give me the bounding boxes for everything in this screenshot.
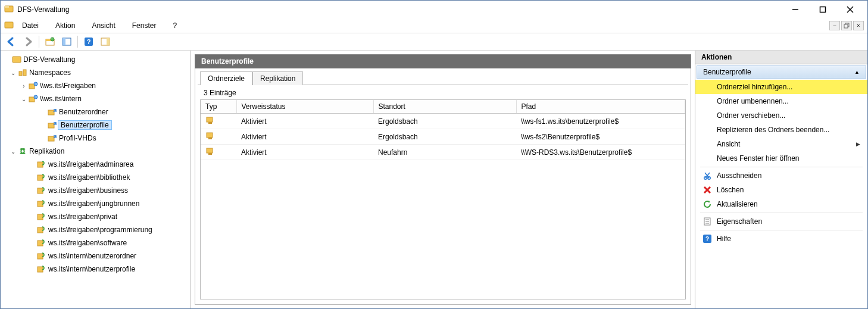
tree-folder-profil-vhds[interactable]: Profil-VHDs [1, 132, 191, 145]
action-aktualisieren[interactable]: Aktualisieren [695, 197, 867, 211]
toolbar-new-window-button[interactable] [43, 35, 57, 49]
expander-icon[interactable]: ⌄ [20, 96, 28, 102]
menu-app-icon [4, 20, 14, 32]
svg-rect-36 [38, 267, 43, 272]
expander-icon[interactable]: › [20, 83, 28, 89]
action-label: Aktualisieren [717, 200, 758, 208]
toolbar-help-button[interactable]: ? [82, 35, 96, 49]
column-header[interactable]: Standort [373, 100, 516, 114]
tree-repl-item[interactable]: ws.its\freigaben\bibliothek [1, 171, 191, 184]
nav-back-button[interactable] [4, 35, 18, 49]
panel-header: Benutzerprofile [195, 54, 691, 68]
svg-point-11 [51, 38, 54, 41]
menu-datei[interactable]: Datei [16, 20, 45, 31]
svg-rect-21 [29, 84, 35, 89]
mdi-minimize[interactable]: – [829, 21, 840, 30]
action-ordner-umbenennen[interactable]: Ordner umbenennen... [695, 94, 867, 108]
svg-rect-1 [5, 6, 9, 8]
properties-icon [702, 217, 712, 226]
toolbar-show-hide-actions-button[interactable] [98, 35, 113, 49]
action-ansicht[interactable]: Ansicht [695, 137, 867, 151]
tree-repl-item[interactable]: ws.its\freigaben\jungbrunnen [1, 197, 191, 210]
column-header[interactable]: Pfad [516, 100, 685, 114]
window-title: DFS-Verwaltung [17, 5, 69, 14]
menu-q[interactable]: ? [167, 20, 183, 31]
tree-folder-benutzerordner[interactable]: Benutzerordner [1, 105, 191, 118]
center-pane: Benutzerprofile Ordnerziele Replikation … [191, 51, 695, 308]
tab-replikation[interactable]: Replikation [252, 71, 303, 85]
action-hilfe[interactable]: ?Hilfe [695, 232, 867, 246]
tree-repl-item[interactable]: ws.its\freigaben\programmierung [1, 223, 191, 236]
tree-root[interactable]: DFS-Verwaltung [1, 53, 191, 66]
action-ordnerziel-hinzuf-gen[interactable]: Ordnerziel hinzufügen... [695, 80, 867, 94]
tree-repl-item[interactable]: ws.its\freigaben\privat [1, 210, 191, 223]
svg-rect-25 [48, 110, 54, 115]
tab-ordnerziele[interactable]: Ordnerziele [200, 71, 252, 85]
help-icon: ? [702, 235, 712, 243]
refresh-icon [702, 200, 712, 208]
app-icon [4, 4, 14, 15]
tree-folder-benutzerprofile[interactable]: Benutzerprofile [1, 118, 191, 132]
maximize-button[interactable] [809, 2, 836, 17]
table-row[interactable]: AktiviertErgoldsbach\\ws-fs2\Benutzerpro… [201, 129, 685, 145]
menubar: DateiAktionAnsichtFenster? – × [1, 18, 867, 33]
replication-group-icon [36, 251, 47, 261]
svg-rect-17 [107, 38, 110, 45]
svg-rect-38 [208, 122, 212, 124]
menu-fenster[interactable]: Fenster [126, 20, 163, 31]
tree-ns-freigaben[interactable]: › \\ws.its\Freigaben [1, 79, 191, 92]
mdi-close[interactable]: × [853, 21, 864, 30]
action-label: Eigenschaften [717, 217, 762, 226]
tree-repl-item[interactable]: ws.its\freigaben\business [1, 184, 191, 197]
tree-repl-item[interactable]: ws.its\intern\benutzerprofile [1, 263, 191, 276]
actions-group-header[interactable]: Benutzerprofile ▲ [697, 65, 866, 79]
action-label: Ordnerziel hinzufügen... [717, 83, 792, 91]
action-label: Ausschneiden [717, 171, 761, 180]
svg-rect-39 [207, 133, 213, 138]
svg-rect-40 [208, 138, 212, 139]
menu-ansicht[interactable]: Ansicht [86, 20, 121, 31]
svg-rect-28 [38, 162, 43, 167]
svg-rect-41 [207, 148, 213, 153]
column-header[interactable]: Typ [201, 100, 236, 114]
svg-rect-18 [13, 57, 21, 63]
tree-ns-intern[interactable]: ⌄ \\ws.its\intern [1, 92, 191, 105]
tree-namespaces[interactable]: ⌄ Namespaces [1, 66, 191, 79]
column-header[interactable]: Verweisstatus [236, 100, 373, 114]
action-label: Ordner umbenennen... [717, 97, 789, 105]
tree-repl-item[interactable]: ws.its\freigaben\software [1, 236, 191, 249]
close-button[interactable] [836, 2, 864, 17]
menu-aktion[interactable]: Aktion [49, 20, 81, 31]
action-eigenschaften[interactable]: Eigenschaften [695, 214, 867, 229]
replication-group-icon [36, 160, 47, 169]
replication-icon [17, 146, 28, 156]
svg-rect-33 [38, 227, 43, 233]
svg-rect-29 [38, 175, 43, 180]
action-label: Ordner verschieben... [717, 111, 785, 120]
action-replizieren-des-ordners-beenden[interactable]: Replizieren des Ordners beenden... [695, 123, 867, 137]
tree-replication[interactable]: ⌄ Replikation [1, 145, 191, 158]
nav-forward-button[interactable] [21, 35, 35, 49]
action-l-schen[interactable]: Löschen [695, 183, 867, 197]
folder-link-icon [47, 107, 58, 117]
table-row[interactable]: AktiviertErgoldsbach\\ws-fs1.ws.its\benu… [201, 114, 685, 129]
svg-rect-19 [19, 71, 22, 76]
toolbar-show-hide-tree-button[interactable] [60, 35, 74, 49]
tree-repl-item[interactable]: ws.its\intern\benutzerordner [1, 249, 191, 263]
action-ordner-verschieben[interactable]: Ordner verschieben... [695, 108, 867, 123]
collapse-icon: ▲ [854, 69, 860, 75]
tree-repl-item[interactable]: ws.its\freigaben\adminarea [1, 158, 191, 171]
svg-rect-26 [48, 123, 54, 128]
replication-group-icon [36, 199, 47, 208]
expander-icon[interactable]: ⌄ [9, 148, 17, 155]
mdi-restore[interactable] [841, 21, 852, 30]
table-row[interactable]: AktiviertNeufahrn\\WS-RDS3.ws.its\Benutz… [201, 145, 685, 160]
namespace-icon [28, 94, 39, 104]
minimize-button[interactable] [782, 2, 809, 17]
delete-icon [702, 186, 712, 194]
action-neues-fenster-hier-ffnen[interactable]: Neues Fenster hier öffnen [695, 151, 867, 166]
expander-icon[interactable]: ⌄ [9, 70, 17, 76]
folder-link-icon [47, 133, 58, 143]
action-ausschneiden[interactable]: Ausschneiden [695, 168, 867, 183]
svg-rect-30 [38, 188, 43, 193]
